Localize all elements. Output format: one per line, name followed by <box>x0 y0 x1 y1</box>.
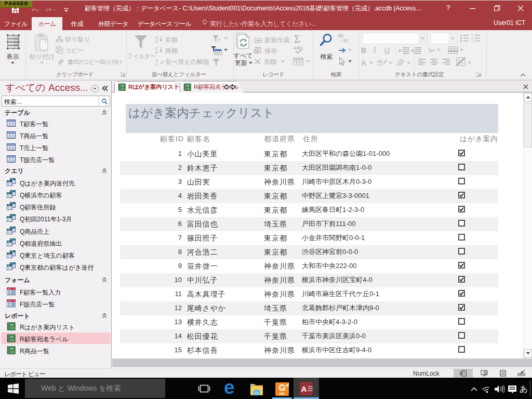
svg-text:ab: ab <box>377 59 382 64</box>
svg-text:A: A <box>301 384 307 393</box>
svg-text:A: A <box>155 50 158 54</box>
svg-text:3: 3 <box>471 40 473 43</box>
svg-text:Z: Z <box>155 39 158 43</box>
svg-text:Z: Z <box>155 62 158 66</box>
